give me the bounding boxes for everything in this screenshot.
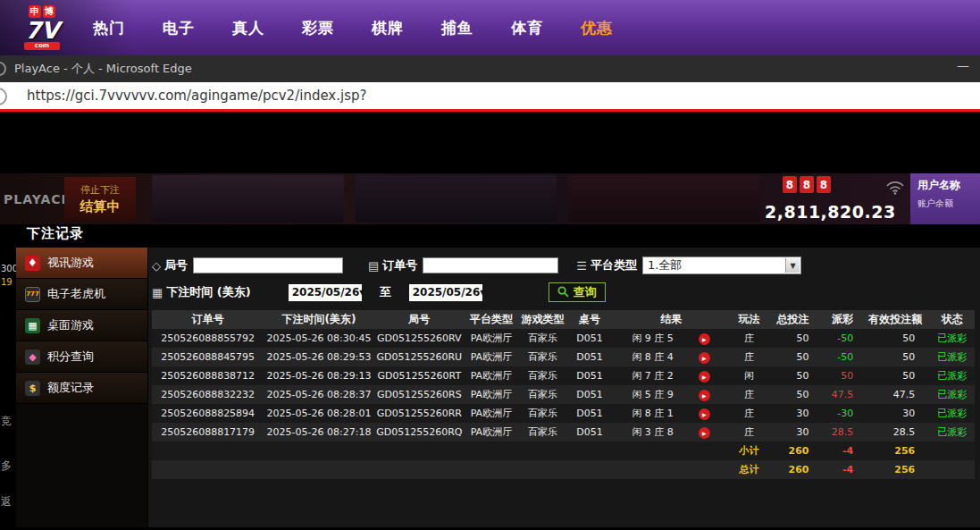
replay-icon[interactable]: ▶ [699, 427, 710, 439]
logo-badges: 申 博 [29, 5, 55, 18]
edge-text: 返 [1, 494, 12, 509]
table-row: 2505260888387122025-05-26 08:29:13GD0512… [152, 366, 975, 385]
search-button-label: 查询 [574, 284, 597, 300]
site-logo[interactable]: 申 博 7V com [14, 5, 70, 50]
table-row: 2505260888557922025-05-26 08:30:45GD0512… [152, 329, 975, 348]
nav-item-sports[interactable]: 体育 [511, 18, 543, 38]
replay-icon[interactable]: ▶ [699, 333, 710, 345]
cell-valid: 50 [867, 348, 929, 366]
sidebar-item-table-games[interactable]: ▦ 桌面游戏 [16, 310, 147, 341]
cell-bet: 50 [768, 385, 824, 404]
platform-type-select[interactable]: 1.全部 ▼ [642, 257, 801, 274]
column-header: 桌号 [567, 310, 612, 329]
sidebar-item-slot-machines[interactable]: 777 电子老虎机 [16, 279, 147, 310]
window-title: PlayAce - 个人 - Microsoft Edge [14, 61, 192, 77]
edge-text: 多 [1, 458, 12, 474]
banner-image [356, 175, 557, 223]
sum-bet: 260 [768, 460, 824, 479]
order-number-input[interactable] [423, 257, 558, 273]
cell-empty [152, 442, 730, 460]
edge-text: 竞 [1, 414, 12, 429]
sidebar-item-live-games[interactable]: ♦ 视讯游戏 [16, 248, 147, 279]
status-stop-betting: 停止下注 [80, 183, 120, 197]
cell-result: 闲 8 庄 1▶ [612, 404, 731, 423]
round-number-input[interactable] [193, 257, 343, 273]
logo-text: 7V [25, 19, 59, 42]
chevron-down-icon: ▼ [480, 289, 485, 297]
cell-bet: 30 [768, 423, 824, 442]
cell-bet: 50 [768, 366, 824, 385]
nav-item-fishing[interactable]: 捕鱼 [441, 18, 473, 38]
nav-item-hot[interactable]: 热门 [93, 18, 125, 38]
cell-platform: PA欧洲厅 [465, 329, 518, 348]
nav-item-cards[interactable]: 棋牌 [372, 18, 404, 38]
total-row: 总计260-4256 [152, 460, 975, 479]
sidebar-item-credit-records[interactable]: $ 额度记录 [16, 373, 147, 404]
reload-icon[interactable] [0, 88, 7, 105]
address-bar[interactable]: https://gci.7vvvvvv.com/agingame/pcv2/in… [0, 82, 980, 112]
column-header: 游戏类型 [518, 310, 567, 329]
cell-play: 庄 [730, 348, 767, 366]
account-name-label: 用户名称 [917, 178, 980, 193]
cell-round: GD051255260RQ [374, 423, 465, 442]
banner-image [568, 175, 760, 223]
replay-icon[interactable]: ▶ [699, 408, 710, 420]
replay-icon[interactable]: ▶ [699, 390, 710, 401]
cell-platform: PA欧洲厅 [465, 348, 518, 366]
sidebar-item-label: 电子老虎机 [47, 286, 105, 302]
result-text: 闲 8 庄 1 [632, 408, 674, 419]
date-from-select[interactable]: 2025/05/26 ▼ [289, 284, 362, 301]
cell-result: 闲 7 庄 2▶ [612, 366, 731, 385]
replay-icon[interactable]: ▶ [699, 371, 710, 383]
order-number-icon: ▤ [368, 259, 379, 273]
cell-status: 已派彩 [929, 366, 975, 385]
cell-status: 已派彩 [929, 404, 975, 423]
cell-status: 已派彩 [929, 423, 975, 442]
cell-result: 闲 8 庄 4▶ [612, 348, 731, 366]
nav-item-lottery[interactable]: 彩票 [302, 18, 334, 38]
main-menu: 热门 电子 真人 彩票 棋牌 捕鱼 体育 优惠 [93, 18, 613, 38]
die-icon: 8 [800, 176, 814, 193]
sum-label: 小计 [730, 442, 767, 460]
cell-valid: 28.5 [867, 423, 929, 442]
cell-order: 250526088817179 [152, 423, 264, 442]
dollar-icon: $ [25, 381, 40, 396]
cell-game: 百家乐 [518, 404, 567, 423]
result-text: 闲 9 庄 5 [632, 332, 674, 344]
bet-table-body: 2505260888557922025-05-26 08:30:45GD0512… [152, 329, 975, 479]
die-icon: 8 [817, 176, 831, 193]
die-icon: 8 [783, 176, 797, 193]
minimize-button[interactable]: — [957, 58, 969, 72]
account-panel: 用户名称 账户余额 [910, 173, 980, 224]
logo-subtext: com [24, 42, 60, 50]
date-to-select[interactable]: 2025/05/26 ▼ [409, 284, 482, 301]
sidebar-item-points-query[interactable]: ◆ 积分查询 [16, 341, 147, 373]
column-header: 平台类型 [465, 310, 518, 329]
cell-order: 250526088838712 [152, 366, 264, 385]
cell-platform: PA欧洲厅 [465, 385, 518, 404]
cell-round: GD051255260RR [374, 404, 465, 423]
calendar-icon: ▦ [152, 286, 163, 299]
cell-payout: -50 [824, 329, 868, 348]
cell-time: 2025-05-26 08:29:53 [264, 348, 373, 366]
sidebar: ♦ 视讯游戏 777 电子老虎机 ▦ 桌面游戏 ◆ 积分查询 $ 额度记录 [16, 248, 147, 527]
sum-payout: -4 [824, 442, 868, 460]
site-top-nav: 申 博 7V com 热门 电子 真人 彩票 棋牌 捕鱼 体育 优惠 [0, 0, 980, 55]
cell-order: 250526088832232 [152, 385, 264, 404]
result-text: 闲 3 庄 8 [632, 426, 674, 438]
platform-type-value: 1.全部 [648, 257, 682, 273]
cell-play: 庄 [730, 329, 767, 348]
cell-time: 2025-05-26 08:29:13 [264, 366, 373, 385]
nav-item-slots[interactable]: 电子 [163, 18, 195, 38]
result-text: 闲 8 庄 4 [632, 351, 674, 363]
nav-item-live[interactable]: 真人 [232, 18, 264, 38]
cell-valid: 47.5 [867, 385, 929, 404]
replay-icon[interactable]: ▶ [699, 352, 710, 364]
search-button[interactable]: 查询 [549, 282, 606, 302]
gem-icon: ◆ [25, 349, 40, 365]
cell-order: 250526088855792 [152, 329, 264, 348]
cell-payout: 28.5 [824, 423, 868, 442]
nav-item-promo[interactable]: 优惠 [581, 18, 613, 38]
cell-time: 2025-05-26 08:28:37 [264, 385, 373, 404]
account-balance-value: 2,811,820.23 [765, 202, 896, 222]
